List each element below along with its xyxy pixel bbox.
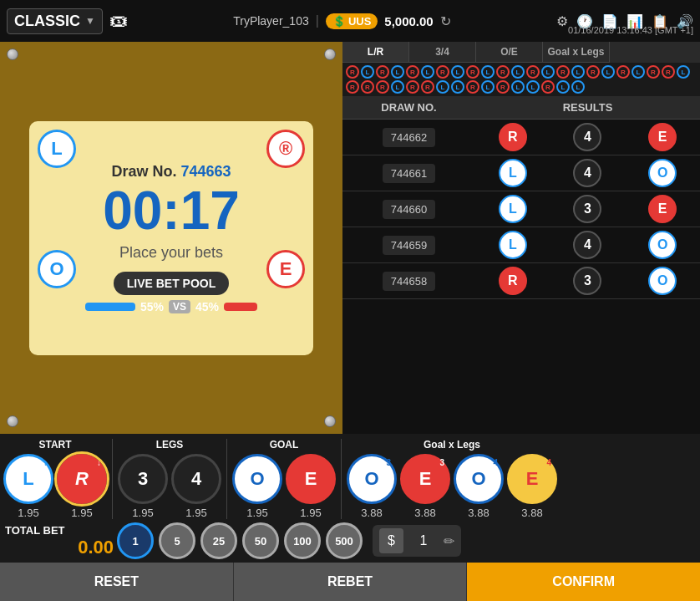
edit-icon[interactable]: ✏ [444,533,454,549]
section-goal: GOAL O 1.95 E 1.95 [232,439,336,519]
dot: R [466,80,479,94]
dot: L [511,65,525,79]
dot: L [391,80,404,94]
dot: L [451,65,464,79]
result-1: L [499,231,527,259]
bet-btn-gxl-e2[interactable]: 4 E 3.88 [507,454,557,519]
dot: L [391,65,404,79]
chip-1[interactable]: 1 [117,522,154,559]
dot: R [436,65,449,79]
history-tabs: L/R 3/4 O/E Goal x Legs [342,42,700,63]
results-table: DRAW NO. RESULTS 744662 R 4 E 744661 L 4… [342,96,700,299]
dot: R [662,65,675,79]
tab-gxl[interactable]: Goal x Legs [543,42,610,63]
chip-5[interactable]: 5 [159,522,195,559]
bet-btn-o[interactable]: O 1.95 [232,454,282,519]
confirm-button[interactable]: CONFIRM [467,563,700,601]
result-3: O [648,267,677,295]
odds-o: 1.95 [246,507,267,519]
result-2: 4 [573,123,601,151]
divider-3 [341,439,342,519]
vs-label: VS [169,300,190,313]
top-bar-center: TryPlayer_103 | 💲 UUS 5,000.00 ↻ [134,13,550,29]
bet-btn-r[interactable]: ↓ R 1.95 [57,454,107,519]
total-bet-section: TOTAL BET 0.00 [5,524,114,558]
bet-btn-3[interactable]: 3 1.95 [118,454,168,519]
ticket-icon: 🎟 [109,10,128,32]
pct-left: 55% [140,300,164,313]
currency-label: UUS [348,15,371,28]
bet-value-input[interactable] [407,533,440,548]
dot: R [466,65,479,79]
goal-buttons: O 1.95 E 1.95 [232,454,336,519]
dot: R [556,65,570,79]
dot: R [586,65,600,79]
dot: R [496,65,510,79]
chip-500[interactable]: 500 [326,522,363,559]
screw-br [324,415,336,427]
result-2: 4 [573,159,601,187]
dot: L [421,65,434,79]
dot: L [556,80,570,94]
bet-btn-4[interactable]: 4 1.95 [171,454,221,519]
rebet-button[interactable]: REBET [233,563,468,601]
tab-lr[interactable]: L/R [342,42,409,63]
dollar-button[interactable]: $ [379,528,403,553]
tab-oe[interactable]: O/E [476,42,543,63]
circle-e: E [286,454,336,504]
dot: R [647,65,660,79]
pct-right: 45% [195,300,219,313]
circle-l: ↓ L [3,454,53,504]
countdown-timer: 00:17 [103,184,240,237]
draw-number: 744662 [383,128,435,147]
chip-100[interactable]: 100 [284,522,321,559]
game-select[interactable]: CLASSIC ▼ [7,8,103,34]
bet-btn-l[interactable]: ↓ L 1.95 [3,454,53,519]
result-2: 4 [573,231,601,259]
reset-button[interactable]: RESET [0,563,233,601]
settings-icon[interactable]: ⚙ [556,13,568,29]
chip-area: 152550100500 [117,522,363,559]
draw-number: 744660 [383,200,435,219]
odds-e: 1.95 [300,507,321,519]
dot: L [361,65,374,79]
chip-50[interactable]: 50 [242,522,279,559]
total-bet-label: TOTAL BET [5,524,114,537]
dot: R [406,80,419,94]
refresh-icon[interactable]: ↻ [440,13,451,29]
dot: R [376,65,389,79]
bet-btn-gxl-o2[interactable]: 4 O 3.88 [454,454,504,519]
result-3: O [648,159,677,187]
game-board: L ® Draw No. 744663 00:17 Place your bet… [29,121,313,355]
result-2: 3 [573,195,601,223]
screw-tl [7,48,18,60]
odds-r: 1.95 [71,507,92,519]
balance-display: 5,000.00 [384,14,433,28]
dot: R [406,65,419,79]
tab-34[interactable]: 3/4 [409,42,476,63]
place-bets-text: Place your bets [119,244,223,262]
bet-btn-gxl-o1[interactable]: 3 O 3.88 [347,454,397,519]
currency-badge: 💲 UUS [326,13,378,29]
label-legs: LEGS [156,439,184,451]
total-bet-amount: 0.00 [5,537,114,558]
chip-25[interactable]: 25 [200,522,237,559]
bet-pool-red-bar [224,303,257,311]
dot: R [496,80,510,94]
result-2: 3 [573,267,601,295]
dot: R [376,80,389,94]
result-1: L [499,195,527,223]
currency-icon: 💲 [332,15,346,28]
circle-o: O [232,454,282,504]
dot: L [481,80,495,94]
dot: R [346,80,359,94]
section-start: START ↓ L 1.95 ↓ R 1.95 [3,439,107,519]
draw-number: 744658 [383,272,435,291]
odds-4: 1.95 [185,507,206,519]
live-bet-pool-label: LIVE BET POOL [114,272,230,295]
bet-btn-gxl-e1[interactable]: 3 E 3.88 [400,454,450,519]
badge-l-top: L [38,130,76,168]
bet-btn-e[interactable]: E 1.95 [286,454,336,519]
circle-gxl-e1: 3 E [400,454,450,504]
odds-gxl-e1: 3.88 [414,507,435,519]
